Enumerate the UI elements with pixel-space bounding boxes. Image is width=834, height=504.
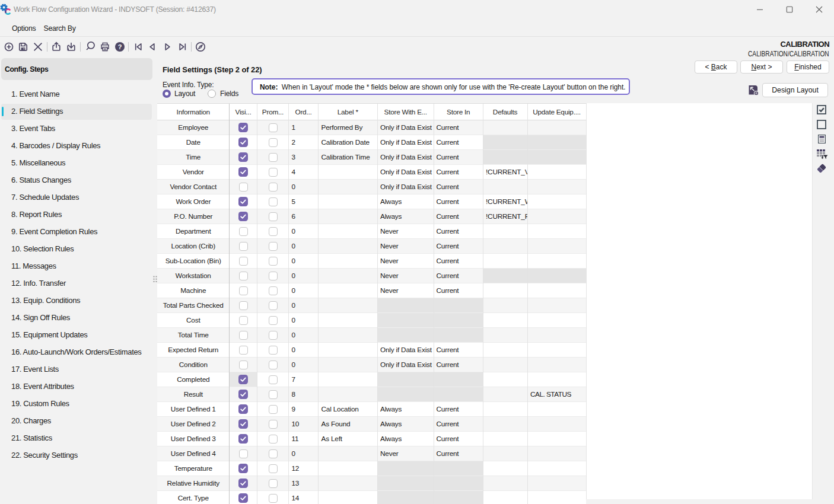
- svg-text:?: ?: [117, 43, 122, 50]
